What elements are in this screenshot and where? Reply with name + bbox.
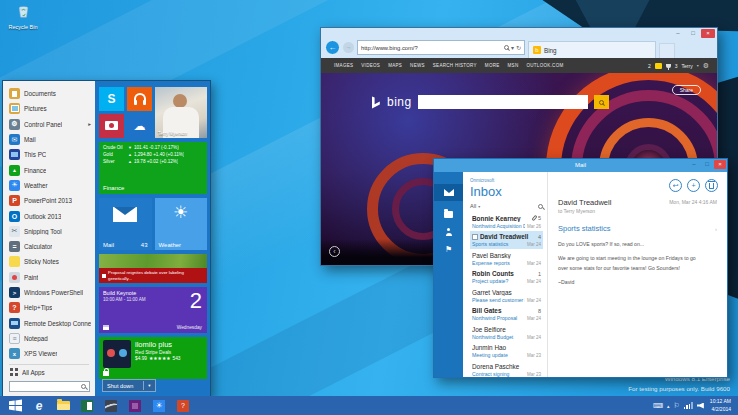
show-hidden-icons[interactable]: ▴ [667,403,670,409]
rewards-icon[interactable] [666,64,671,68]
close-button[interactable]: × [714,160,726,169]
folders-icon[interactable] [444,211,453,218]
start-menu-item-control-panel[interactable]: Control Panel▸ [9,117,91,132]
tile-photos[interactable]: Terry Myerson [155,87,207,138]
start-menu-item-calculator[interactable]: Calculator [9,239,91,254]
taskbar-pinned-app[interactable] [99,396,123,415]
gear-icon[interactable]: ⚙ [703,62,709,69]
tray-clock[interactable]: 10:12 AM 4/2/2014 [710,398,731,413]
list-item[interactable]: Dorena PaschkeContract signingMar 23 [470,360,543,377]
shutdown-button[interactable]: Shut down ▾ [102,379,156,392]
start-menu-item-outlook[interactable]: Outlook 2013 [9,208,91,223]
message-checkbox[interactable] [472,234,478,240]
chevron-right-icon[interactable]: › [715,226,717,232]
start-menu-item-powershell[interactable]: Windows PowerShell [9,285,91,300]
list-item[interactable]: Bonnie Kearney5Northwind Acquisition Det… [470,212,543,231]
messages-icon[interactable] [655,63,662,69]
tile-weather[interactable]: ☀ Weather [155,198,208,250]
taskbar-help-tips[interactable]: ? [171,396,195,415]
refresh-icon[interactable]: ↻ [516,44,521,51]
bing-nav-item[interactable]: VIDEOS [361,63,380,68]
start-menu-item-powerpoint[interactable]: PowerPoint 2013 [9,193,91,208]
start-search-input[interactable] [13,384,79,390]
start-menu-item-this-pc[interactable]: This PC [9,147,91,162]
taskbar-pinned-app-purple[interactable] [123,396,147,415]
respond-button[interactable]: ↩ [669,179,682,192]
minimize-button[interactable]: – [688,160,700,169]
filter-label[interactable]: All [470,203,476,209]
search-icon[interactable] [538,204,543,209]
address-bar[interactable]: http://www.bing.com/? ▾ ↻ [357,40,525,55]
browser-tab[interactable]: b Bing [528,41,656,58]
bing-nav-item[interactable]: SEARCH HISTORY [433,63,477,68]
bing-nav-item[interactable]: NEWS [410,63,425,68]
delete-button[interactable] [705,179,718,192]
start-menu-item-documents[interactable]: Documents [9,86,91,101]
share-button[interactable]: Share [672,85,701,95]
taskbar-internet-explorer[interactable]: e [27,396,51,415]
list-item[interactable]: Pavel BanskyExpense reportsMar 24 [470,249,543,268]
chevron-down-icon[interactable]: ▾ [511,44,514,51]
start-button[interactable] [3,396,27,415]
back-button[interactable]: ← [325,40,340,55]
new-tab-button[interactable] [659,43,675,58]
taskbar-weather[interactable]: ☀ [147,396,171,415]
tile-store[interactable]: ilomilo plus Red Stripe Deals $4.99 ★★★★… [99,337,207,379]
user-menu[interactable]: Terry [682,63,693,69]
list-item[interactable]: Bill Gates8Northwind ProposalMar 24 [470,305,543,324]
touch-keyboard-icon[interactable]: ⌨ [653,402,663,409]
bing-nav-item[interactable]: OUTLOOK.COM [526,63,563,68]
bing-nav-item[interactable]: IMAGES [334,63,353,68]
forward-button[interactable]: → [343,42,354,53]
bing-search-input[interactable] [418,95,588,109]
start-menu-item-pictures[interactable]: Pictures [9,101,91,116]
tile-music[interactable] [127,87,152,111]
all-apps-button[interactable]: All Apps [3,367,95,377]
start-menu-item-sticky-notes[interactable]: Sticky Notes [9,254,91,269]
list-item[interactable]: Junmin HaoMeeting updateMar 23 [470,342,543,361]
start-menu-item-xps-viewer[interactable]: XPS Viewer [9,346,91,361]
message-subject: Expense reports [472,260,525,266]
tile-mail[interactable]: Mail 43 [99,198,152,250]
tile-finance[interactable]: Crude Oil▼101.41 -0.17 (-0.17%)Gold▲1,29… [99,142,207,194]
list-item[interactable]: Joe BelfioreNorthwind BudgetMar 24 [470,323,543,342]
search-icon[interactable] [504,45,509,50]
close-button[interactable]: × [701,29,715,38]
network-icon[interactable] [684,402,693,409]
bing-nav-item[interactable]: MORE [485,63,500,68]
taskbar-file-explorer[interactable] [51,396,75,415]
volume-icon[interactable] [697,403,704,409]
maximize-button[interactable]: □ [686,29,700,38]
bing-search-button[interactable] [594,95,609,109]
start-menu-item-mail[interactable]: Mail [9,132,91,147]
maximize-button[interactable]: □ [701,160,713,169]
start-menu-item-paint[interactable]: Paint [9,270,91,285]
bing-nav-item[interactable]: MSN [508,63,519,68]
recycle-bin[interactable]: Recycle Bin [5,4,41,30]
tile-camera[interactable] [99,114,124,138]
flag-icon[interactable]: ⚑ [445,246,452,254]
tile-calendar[interactable]: Build Keynote 10:00 AM - 11:00 AM 2 Wedn… [99,287,207,333]
chevron-down-icon[interactable]: ▾ [144,383,155,388]
minimize-button[interactable]: – [671,29,685,38]
tile-news[interactable]: Proposal reignites debate over labeling … [99,254,207,283]
taskbar-excel[interactable] [75,396,99,415]
start-menu-item-snipping-tool[interactable]: Snipping Tool [9,224,91,239]
list-item[interactable]: David Treadwell4Sports statisticsMar 24 [470,231,543,250]
start-search-box[interactable] [9,381,90,392]
start-menu-item-help-tips[interactable]: Help+Tips [9,300,91,315]
tile-skype[interactable]: S [99,87,124,111]
sidebar-item-inbox[interactable] [434,184,463,201]
contacts-icon[interactable] [445,228,453,236]
action-center-flag-icon[interactable]: ⚐ [674,402,680,409]
start-menu-item-remote-desktop[interactable]: Remote Desktop Connection [9,315,91,330]
start-menu-item-finance[interactable]: Finance [9,162,91,177]
start-menu-item-weather[interactable]: Weather [9,178,91,193]
bing-nav-item[interactable]: MAPS [388,63,402,68]
new-message-button[interactable]: + [687,179,700,192]
list-item[interactable]: Garret VargasPlease send customer infoMa… [470,286,543,305]
list-item[interactable]: Robin Counts1Project update?Mar 24 [470,268,543,287]
start-menu-item-notepad[interactable]: Notepad [9,331,91,346]
tile-onedrive[interactable]: ☁ [127,114,152,138]
carousel-previous-button[interactable]: ‹ [329,246,340,257]
